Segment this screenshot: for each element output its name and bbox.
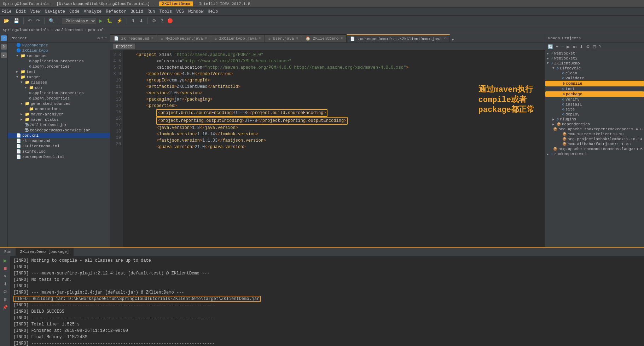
tab-pom-xml[interactable]: 📄 zookeeperDemo1\...\ZkClientDemo.java × [347, 34, 449, 42]
tree-item-zkclientdemo-jar[interactable]: 🗜ZKClientDemo.jar [8, 122, 110, 127]
settings-run-btn[interactable]: ⚙ [2, 289, 8, 295]
tree-item-com[interactable]: ▼📁com [8, 85, 110, 90]
toolbar-open-btn[interactable]: 📂 [2, 17, 11, 24]
tree-item-zk-readme-md[interactable]: 📄zk_readme.md [8, 138, 110, 143]
tree-item-zkclientdemo-iml[interactable]: 📄ZKClientDemo.iml [8, 143, 110, 149]
trash-btn[interactable]: 🗑 [2, 296, 8, 303]
maven-item-websocket[interactable]: ▶⚡WebSocket [545, 51, 644, 56]
menu-tools[interactable]: Tools [159, 9, 172, 14]
pin-btn[interactable]: 📌 [1, 304, 9, 311]
maven-item-test[interactable]: ⚙test [545, 86, 644, 91]
maven-item-clean[interactable]: ⚙clean [545, 71, 644, 76]
toolbar-settings-btn[interactable]: ⚙ [151, 17, 158, 24]
menu-analyze[interactable]: Analyze [84, 9, 101, 14]
menu-build[interactable]: Build [130, 9, 143, 14]
project-minus-icon[interactable]: − [105, 36, 107, 40]
bottom-tab-package[interactable]: ZKlientDemo [package] [16, 248, 74, 256]
menu-navigate[interactable]: Navigate [45, 9, 65, 14]
toolbar-update-btn[interactable]: ⬇ [138, 17, 145, 24]
tree-item-maven-archiver[interactable]: ▶📁maven-archiver [8, 112, 110, 117]
breadcrumb-root[interactable]: SpringCloudTutorials [3, 28, 50, 32]
breadcrumb-module[interactable]: ZKClientDemo [55, 28, 83, 32]
debug-btn[interactable]: 🐛 [105, 17, 114, 24]
menu-help[interactable]: Help [208, 9, 218, 14]
favorites-icon[interactable]: ★ [1, 52, 7, 58]
maven-item-com-alibaba-fastjson-1-1-33[interactable]: 📦com.alibaba:fastjson:1.1.33 [545, 142, 644, 147]
sub-tab-project[interactable]: project [113, 44, 135, 49]
structure-icon[interactable]: S [1, 44, 7, 50]
tree-item-zkinfo-log[interactable]: 📄zkinfo.log [8, 149, 110, 154]
tab-close-zk-readme[interactable]: × [151, 36, 153, 40]
run-btn[interactable]: ▶ [98, 17, 104, 24]
maven-remove-btn[interactable]: − [560, 44, 565, 50]
tab-zkclientapp[interactable]: ☕ ZKClientApp.java × [211, 34, 265, 42]
stop-btn[interactable]: ⏹ [2, 265, 8, 272]
tree-item-maven-status[interactable]: ▶📁maven-status [8, 117, 110, 122]
maven-item-install[interactable]: ⚙install [545, 102, 644, 107]
scroll-down-btn[interactable]: ⬇ [2, 281, 8, 287]
project-plus-icon[interactable]: + [101, 36, 104, 40]
tab-user[interactable]: ☕ User.java × [265, 34, 302, 42]
maven-refresh-btn[interactable]: 🔄 [547, 44, 554, 50]
code-content[interactable]: <project xmlns="http://maven.apache.org/… [123, 50, 545, 247]
tree-item-zkclientapp[interactable]: 🔵ZKClientApp [8, 48, 110, 53]
tree-item-myzookeeper[interactable]: 🔵MyZooKeeper [8, 42, 110, 48]
tab-overflow[interactable]: ▸ [450, 37, 457, 42]
tree-item-pom-xml[interactable]: 📄pom.xml [8, 133, 110, 138]
project-icon[interactable]: P [1, 35, 7, 41]
bottom-tab-run[interactable]: Run [0, 248, 16, 256]
maven-collapse-btn[interactable]: ⊟ [592, 44, 597, 50]
maven-run-btn[interactable]: ▶ [565, 44, 571, 50]
menu-code[interactable]: Code [69, 9, 80, 14]
tab-close-zkclientdemo[interactable]: × [341, 36, 343, 40]
tab-close-pom[interactable]: × [444, 37, 446, 41]
run-config-dropdown[interactable]: ZKlientApp ▾ [62, 18, 96, 24]
maven-item-site[interactable]: ⚙site [545, 107, 644, 112]
toolbar-close-btn[interactable]: 🔴 [166, 17, 174, 24]
maven-help-btn[interactable]: ? [598, 44, 603, 50]
menu-run[interactable]: Run [147, 9, 155, 14]
tab-close-zkclientapp[interactable]: × [259, 36, 261, 40]
maven-item-deploy[interactable]: ⚙deploy [545, 112, 644, 117]
tree-item-log4j-properties[interactable]: ⚙log4j.properties [8, 96, 110, 101]
menu-refactor[interactable]: Refactor [106, 9, 126, 14]
tree-item-annotations[interactable]: 📁annotations [8, 106, 110, 112]
maven-item-com-101tec-zkclient-0-10[interactable]: 📦com.101tec:zkclient:0.10 [545, 132, 644, 137]
toolbar-save-btn[interactable]: 💾 [12, 17, 21, 24]
tree-item-generated-sources[interactable]: ▼📁generated-sources [8, 101, 110, 106]
maven-item-zookeeperdemo1[interactable]: ▶⚡zookeeperDemo1 [545, 152, 644, 157]
tab-close-myzookeeper[interactable]: × [205, 36, 207, 40]
menu-window[interactable]: Window [188, 9, 203, 14]
maven-item-org-apache-commons-commons-lan[interactable]: 📦org.apache.commons:commons-lang3:3.5 [545, 147, 644, 152]
maven-item-zklientdemo[interactable]: ▼⚡ZKlientDemo [545, 61, 644, 66]
maven-item-dependencies[interactable]: ▶📦Dependencies [545, 122, 644, 127]
menu-vcs[interactable]: VCS [176, 9, 184, 14]
run-again-btn[interactable]: ▶ [2, 257, 8, 264]
tree-item-application-properties[interactable]: ⚙application.properties [8, 90, 110, 96]
menu-view[interactable]: View [30, 9, 41, 14]
menu-file[interactable]: File [1, 9, 12, 14]
menu-edit[interactable]: Edit [16, 9, 26, 14]
maven-item-validate[interactable]: ⚙validate [545, 76, 644, 81]
maven-item-package[interactable]: ⚙package [545, 91, 644, 97]
maven-settings-btn[interactable]: ⚙ [585, 44, 591, 50]
maven-add-btn[interactable]: + [555, 44, 559, 50]
maven-item-compile[interactable]: ⚙compile [545, 81, 644, 86]
project-gear-icon[interactable]: ⚙ [97, 36, 100, 40]
tree-item-test[interactable]: ▶📁test [8, 69, 110, 74]
toolbar-vcs-btn[interactable]: ⬆ [130, 17, 137, 24]
tree-item-zookeeperdemo1-iml[interactable]: 📄zookeeperDemo1.iml [8, 154, 110, 159]
tab-close-user[interactable]: × [296, 36, 298, 40]
maven-skip-btn[interactable]: ⏭ [572, 44, 578, 50]
coverage-btn[interactable]: ⚡ [115, 17, 124, 24]
tree-item-target[interactable]: ▼📁target [8, 74, 110, 80]
maven-item-websocket2[interactable]: ▶⚡WebSocket2 [545, 56, 644, 61]
tree-item-application-properties[interactable]: ⚙application.properties [8, 58, 110, 64]
maven-item-org-projectlombok-lombok-1-16-[interactable]: 📦org.projectlombok:lombok:1.16.14 [545, 137, 644, 142]
maven-item-lifecycle[interactable]: ▼⚙Lifecycle [545, 66, 644, 71]
tree-item-resources[interactable]: ▼📁resources [8, 53, 110, 58]
toolbar-undo-btn[interactable]: ↶ [27, 17, 33, 24]
tab-myzookeeper[interactable]: ☕ MyZooKeeper.java × [157, 34, 211, 42]
breadcrumb-file[interactable]: pom.xml [88, 28, 104, 32]
toolbar-search-btn[interactable]: 🔍 [47, 17, 56, 24]
